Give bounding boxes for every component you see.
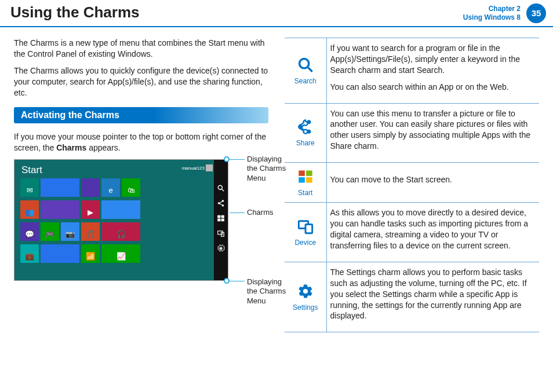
chapter-line-1: Chapter 2 (463, 5, 521, 13)
tile: 🎧 (101, 222, 140, 241)
tile (41, 178, 79, 197)
svg-rect-20 (306, 177, 312, 182)
charm-row-settings: Settings The Settings charm allows you t… (285, 262, 539, 332)
svg-line-1 (222, 189, 224, 192)
charm-row-device: Device As this allows you to move direct… (285, 203, 539, 262)
section-heading: Activating the Charms (14, 107, 268, 123)
svg-rect-8 (221, 219, 224, 222)
instruction-pre: If you move your mouse pointer to the to… (14, 132, 266, 152)
tile: 📷 (61, 222, 79, 241)
share-icon (217, 199, 225, 207)
charm-row-search: Search If you want to search for a progr… (285, 38, 539, 104)
svg-rect-17 (299, 171, 305, 176)
share-icon (286, 118, 325, 136)
charm-description: You can use this menu to transfer a pict… (330, 108, 536, 152)
page-header: Using the Charms Chapter 2 Using Windows… (0, 0, 553, 27)
callout-label-bottom: Displaying the Charms Menu (247, 277, 293, 306)
page-title: Using the Charms (0, 0, 463, 26)
svg-point-16 (307, 130, 311, 134)
svg-rect-19 (299, 177, 305, 182)
left-column: The Charms is a new type of menu that co… (14, 38, 268, 332)
search-icon (217, 184, 225, 192)
devices-icon (286, 217, 325, 236)
svg-rect-5 (217, 215, 220, 218)
windows-start-icon (217, 214, 225, 222)
callout-line (230, 159, 245, 160)
chapter-line-2: Using Windows 8 (463, 13, 521, 21)
tile: 💼 (20, 244, 39, 263)
callout-label-top: Displaying the Charms Menu (247, 155, 293, 183)
instruction-post: appears. (86, 143, 120, 152)
charm-description: The Settings charm allows you to perform… (330, 267, 536, 321)
tile: 🛍 (122, 178, 140, 197)
tile: e (101, 178, 120, 197)
callout-dot-top (224, 156, 230, 162)
settings-gear-icon (217, 244, 225, 252)
intro-paragraph-1: The Charms is a new type of menu that co… (14, 38, 268, 60)
charm-label: Device (286, 238, 325, 247)
charms-bar (214, 160, 228, 280)
tile (81, 178, 100, 197)
svg-point-11 (220, 247, 222, 250)
user-avatar-icon (206, 164, 213, 171)
start-screen-screenshot: Start manual123 ✉ e 🛍 👥 ▶ (14, 159, 228, 281)
tile: 👥 (20, 200, 39, 219)
callout-dot-bottom (224, 278, 230, 284)
svg-line-13 (308, 67, 312, 71)
chapter-info: Chapter 2 Using Windows 8 35 (463, 0, 553, 26)
charm-description: You can also search within an App or on … (330, 82, 536, 93)
tile (41, 200, 79, 219)
callout-line (230, 281, 245, 281)
instruction-bold: Charms (56, 143, 86, 152)
svg-rect-18 (306, 171, 312, 176)
charm-label: Search (286, 76, 325, 86)
tile (41, 244, 79, 263)
start-screen-username: manual123 (181, 166, 205, 171)
tile-grid: ✉ e 🛍 👥 ▶ 💬 🎮 📷 🎵 (20, 178, 192, 263)
tile (101, 200, 140, 219)
charm-label: Share (286, 138, 325, 148)
devices-icon (217, 229, 225, 237)
instruction-paragraph: If you move your mouse pointer to the to… (14, 131, 268, 153)
tile: ✉ (20, 178, 39, 197)
charms-table: Search If you want to search for a progr… (285, 38, 539, 332)
charm-row-share: Share You can use this menu to transfer … (285, 103, 539, 163)
callout-line (230, 213, 245, 213)
svg-rect-7 (217, 219, 220, 222)
svg-rect-6 (221, 215, 224, 218)
tile: 🎮 (41, 222, 59, 241)
charm-description: You can move to the Start screen. (330, 174, 536, 185)
charm-description: As this allows you to move directly to a… (330, 207, 536, 251)
charm-label: Start (286, 188, 325, 197)
page-number-badge: 35 (526, 3, 546, 23)
svg-point-12 (299, 58, 308, 68)
right-column: Search If you want to search for a progr… (285, 38, 539, 332)
tile: ▶ (81, 200, 100, 219)
start-screen-title: Start (21, 164, 42, 176)
search-icon (286, 56, 325, 74)
svg-rect-22 (305, 225, 312, 233)
svg-point-14 (299, 125, 303, 129)
charm-row-start: Start You can move to the Start screen. (285, 163, 539, 203)
tile: 🎵 (81, 222, 100, 241)
tile: 💬 (20, 222, 39, 241)
svg-point-15 (307, 120, 311, 124)
tile: 📶 (81, 244, 100, 263)
tile: 📈 (101, 244, 140, 263)
svg-point-0 (218, 186, 222, 190)
intro-paragraph-2: The Charms allows you to quickly configu… (14, 65, 268, 98)
screenshot-wrapper: Start manual123 ✉ e 🛍 👥 ▶ (14, 159, 268, 281)
charm-description: If you want to search for a program or f… (330, 43, 536, 76)
callout-label-middle: Charms (247, 208, 274, 217)
